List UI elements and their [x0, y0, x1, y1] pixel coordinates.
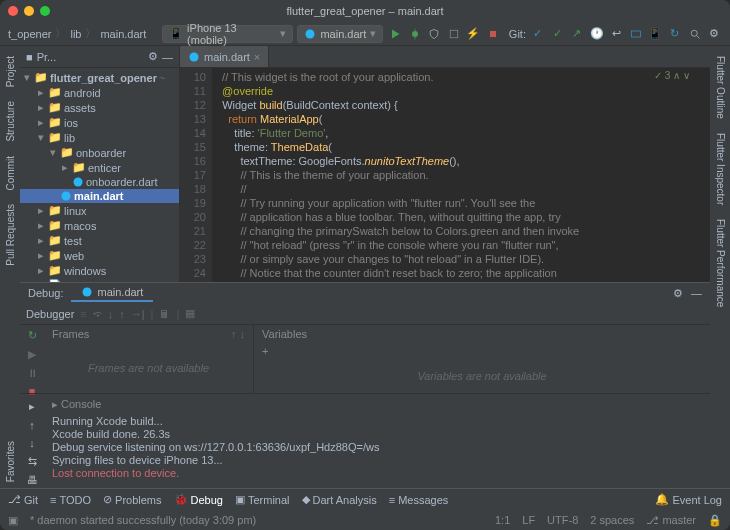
sidebar-tab-commit[interactable]: Commit [3, 150, 18, 196]
window-title: flutter_great_opener – main.dart [286, 5, 443, 17]
devtools-button[interactable] [628, 26, 644, 42]
tree-item[interactable]: ▾📁lib [20, 130, 179, 145]
console-label[interactable]: Console [61, 398, 101, 410]
settings-button[interactable]: ⚙ [706, 26, 722, 42]
run-to-cursor-icon[interactable]: →| [131, 308, 145, 320]
svg-point-11 [190, 52, 199, 61]
hide-panel-icon[interactable]: — [691, 287, 702, 299]
statusbar-todo[interactable]: ≡ TODO [50, 494, 91, 506]
sidebar-tab-flutter-performance[interactable]: Flutter Performance [713, 213, 728, 313]
rerun-icon[interactable]: ↻ [28, 329, 37, 342]
git-update-button[interactable]: ✓ [530, 26, 546, 42]
sidebar-tab-flutter-outline[interactable]: Flutter Outline [713, 50, 728, 125]
pause-icon[interactable]: ⏸ [27, 367, 38, 379]
tree-item[interactable]: onboarder.dart [20, 175, 179, 189]
sidebar-tab-project[interactable]: Project [3, 50, 18, 93]
step-into-icon[interactable]: ↓ [108, 308, 114, 320]
tree-item[interactable]: ▸📁windows [20, 263, 179, 278]
tree-item[interactable]: ▸📁android [20, 85, 179, 100]
debug-button[interactable] [407, 26, 423, 42]
git-label: Git: [509, 28, 526, 40]
statusbar-terminal[interactable]: ▣ Terminal [235, 493, 290, 506]
minimize-icon[interactable] [24, 6, 34, 16]
close-icon[interactable] [8, 6, 18, 16]
maximize-icon[interactable] [40, 6, 50, 16]
hot-reload-button[interactable]: ⚡ [466, 26, 482, 42]
run-button[interactable] [387, 26, 403, 42]
console-toggle-icon[interactable]: ▸ [29, 400, 35, 413]
svg-rect-5 [490, 31, 496, 37]
tree-item[interactable]: ▸📁linux [20, 203, 179, 218]
scroll-up-icon[interactable]: ↑ [29, 419, 35, 431]
svg-point-10 [62, 192, 71, 201]
svg-point-1 [412, 31, 418, 37]
tree-item[interactable]: main.dart [20, 189, 179, 203]
cursor-position[interactable]: 1:1 [495, 514, 510, 526]
line-gutter: 1011121314151617181920212223242526 [180, 68, 212, 282]
device-button[interactable]: 📱 [648, 26, 664, 42]
search-button[interactable] [687, 26, 703, 42]
debugger-tab-label[interactable]: Debugger [26, 308, 74, 320]
git-history-button[interactable]: 🕐 [589, 26, 605, 42]
tree-item[interactable]: ▸📁ios [20, 115, 179, 130]
editor-tab-main[interactable]: main.dart × [180, 46, 269, 67]
statusbar-messages[interactable]: ≡ Messages [389, 494, 449, 506]
device-selector[interactable]: 📱iPhone 13 (mobile)▾ [162, 25, 293, 43]
tree-item[interactable]: ▸📁test [20, 233, 179, 248]
print-icon[interactable]: 🖶 [27, 474, 38, 486]
sidebar-tab-favorites[interactable]: Favorites [3, 435, 18, 488]
tree-item[interactable]: ▸📁enticer [20, 160, 179, 175]
svg-rect-6 [631, 31, 640, 37]
project-tree: ■Pr... ⚙ — ▾📁flutter_great_opener ~▸📁and… [20, 46, 180, 282]
breadcrumb[interactable]: main.dart [100, 28, 146, 40]
debug-settings-icon[interactable]: ⚙ [673, 287, 683, 300]
code-editor[interactable]: // This widget is the root of your appli… [212, 68, 710, 282]
debug-session-tab[interactable]: main.dart [71, 284, 153, 302]
console-output[interactable]: Running Xcode build...Xcode build done. … [44, 413, 710, 482]
coverage-button[interactable] [426, 26, 442, 42]
sidebar-tab-flutter-inspector[interactable]: Flutter Inspector [713, 127, 728, 211]
tree-item[interactable]: ▸📁macos [20, 218, 179, 233]
resume-icon[interactable]: ▶ [28, 348, 36, 361]
git-push-button[interactable]: ↗ [569, 26, 585, 42]
soft-wrap-icon[interactable]: ⇆ [28, 455, 37, 468]
git-branch[interactable]: ⎇ master [646, 514, 696, 527]
line-separator[interactable]: LF [522, 514, 535, 526]
inspection-badge[interactable]: ✓ 3 ∧ ∨ [654, 70, 690, 81]
collapse-icon[interactable]: — [162, 51, 173, 63]
file-encoding[interactable]: UTF-8 [547, 514, 578, 526]
statusbar-dart-analysis[interactable]: ◆ Dart Analysis [302, 493, 377, 506]
indent-setting[interactable]: 2 spaces [590, 514, 634, 526]
tree-root[interactable]: ▾📁flutter_great_opener ~ [20, 70, 179, 85]
profile-button[interactable] [446, 26, 462, 42]
tree-item[interactable]: ▸📁web [20, 248, 179, 263]
breadcrumb[interactable]: lib [70, 28, 81, 40]
tree-item[interactable]: ▸📁assets [20, 100, 179, 115]
statusbar-problems[interactable]: ⊘ Problems [103, 493, 161, 506]
step-out-icon[interactable]: ↑ [119, 308, 125, 320]
statusbar-git[interactable]: ⎇ Git [8, 493, 38, 506]
svg-rect-4 [450, 30, 458, 38]
lock-icon[interactable]: 🔒 [708, 514, 722, 527]
svg-point-7 [691, 30, 697, 36]
scroll-down-icon[interactable]: ↓ [29, 437, 35, 449]
git-rollback-button[interactable]: ↩ [608, 26, 624, 42]
sidebar-tab-pull-requests[interactable]: Pull Requests [3, 198, 18, 272]
event-log-button[interactable]: 🔔 Event Log [655, 493, 722, 506]
tree-item[interactable]: ▾📁onboarder [20, 145, 179, 160]
step-over-icon[interactable]: ⤽ [93, 307, 102, 320]
reload-button[interactable]: ↻ [667, 26, 683, 42]
git-commit-button[interactable]: ✓ [550, 26, 566, 42]
layout-icon[interactable]: ▦ [185, 307, 195, 320]
tree-settings-icon[interactable]: ⚙ [148, 50, 158, 63]
sidebar-tab-structure[interactable]: Structure [3, 95, 18, 148]
close-tab-icon[interactable]: × [254, 51, 260, 63]
breadcrumb[interactable]: t_opener [8, 28, 51, 40]
statusbar-debug[interactable]: 🐞 Debug [174, 493, 223, 506]
add-watch-icon[interactable]: + [254, 343, 710, 359]
run-config-selector[interactable]: main.dart▾ [297, 25, 383, 43]
evaluate-icon[interactable]: 🖩 [159, 308, 170, 320]
svg-point-0 [306, 29, 315, 38]
vars-empty-msg: Variables are not available [254, 359, 710, 393]
stop-button[interactable] [485, 26, 501, 42]
